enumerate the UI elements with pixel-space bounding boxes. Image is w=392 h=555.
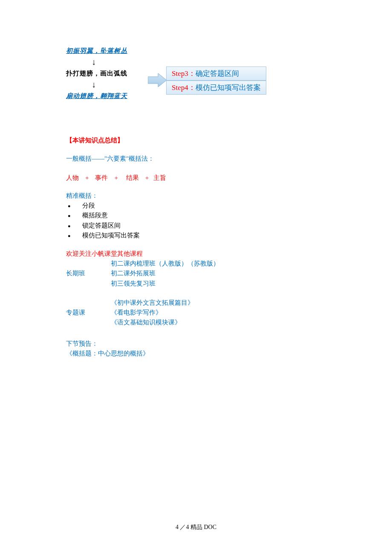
- welcome-line: 欢迎关注小帆课堂其他课程: [66, 250, 328, 258]
- document-page: 初振羽翼，坠落树丛 ↓ 扑打翅膀，画出弧线 ↓ 扇动翅膀，翱翔蓝天 Step3：…: [0, 0, 392, 555]
- precise-bullet-list: 分段 概括段意 锁定答题区间 模仿已知项写出答案: [66, 201, 328, 240]
- preview-line-2: 《概括题：中心思想的概括》: [66, 349, 328, 358]
- course-topic-items: 《初中课外文言文拓展篇目》 《看电影学写作》 《语文基础知识模块课》: [111, 298, 194, 328]
- summary-heading: 【本讲知识点总结】: [66, 136, 328, 145]
- step4-text: 模仿已知项写出答案: [196, 84, 261, 92]
- course-long-items: 初二课内梳理班（人教版）（苏教版） 初二课外拓展班 初三领先复习班: [111, 259, 219, 289]
- step3-box: Step3：确定答题区间: [166, 66, 266, 81]
- course-item: 初三领先复习班: [111, 279, 219, 289]
- course-item: 《初中课外文言文拓展篇目》: [111, 298, 194, 308]
- flow-diagram: 初振羽翼，坠落树丛 ↓ 扑打翅膀，画出弧线 ↓ 扇动翅膀，翱翔蓝天 Step3：…: [66, 47, 328, 119]
- down-arrow-icon: ↓: [66, 58, 160, 66]
- diagram-step-1: 初振羽翼，坠落树丛: [66, 47, 160, 55]
- course-item: 初二课外拓展班: [111, 269, 219, 278]
- course-topic-label: 专题课: [66, 309, 111, 317]
- page-footer: 4 ／4 精品 DOC: [0, 523, 392, 531]
- bullet-text: 分段: [82, 202, 95, 209]
- course-item: 初二课内梳理班（人教版）（苏教版）: [111, 259, 219, 269]
- step3-text: 确定答题区间: [196, 69, 239, 78]
- course-topic-row: 专题课 《初中课外文言文拓展篇目》 《看电影学写作》 《语文基础知识模块课》: [66, 298, 328, 328]
- spacer: [66, 289, 328, 298]
- step4-colon: ：: [188, 84, 196, 92]
- formula-line: 人物 + 事件 + 结果 + 主旨: [66, 173, 328, 183]
- step3-colon: ：: [188, 69, 196, 78]
- next-preview: 下节预告： 《概括题：中心思想的概括》: [66, 339, 328, 359]
- diagram-left-column: 初振羽翼，坠落树丛 ↓ 扑打翅膀，画出弧线 ↓ 扇动翅膀，翱翔蓝天: [66, 47, 160, 100]
- general-summary-line: 一般概括——"六要素"概括法：: [66, 154, 328, 164]
- spacer: [66, 329, 328, 337]
- course-item: 《看电影学写作》: [111, 308, 194, 318]
- precise-label: 精准概括：: [66, 192, 328, 200]
- right-arrow-icon: [148, 72, 167, 89]
- bullet-text: 模仿已知项写出答案: [82, 232, 140, 239]
- bullet-item: 分段: [66, 201, 328, 211]
- bullet-text: 锁定答题区间: [82, 222, 121, 229]
- bullet-item: 概括段意: [66, 211, 328, 220]
- preview-line-1: 下节预告：: [66, 339, 328, 349]
- bullet-item: 模仿已知项写出答案: [66, 231, 328, 240]
- step4-box: Step4：模仿已知项写出答案: [166, 81, 266, 95]
- bullet-item: 锁定答题区间: [66, 221, 328, 231]
- down-arrow-icon: ↓: [66, 80, 160, 89]
- diagram-step-2: 扑打翅膀，画出弧线: [66, 69, 160, 78]
- step-boxes: Step3：确定答题区间 Step4：模仿已知项写出答案: [166, 66, 266, 95]
- bullet-text: 概括段意: [82, 212, 108, 219]
- course-long-label: 长期班: [66, 269, 111, 278]
- step4-label: Step4: [172, 84, 188, 92]
- diagram-step-3: 扇动翅膀，翱翔蓝天: [66, 92, 160, 100]
- svg-marker-0: [148, 73, 167, 87]
- course-long-row: 长期班 初二课内梳理班（人教版）（苏教版） 初二课外拓展班 初三领先复习班: [66, 259, 328, 289]
- course-item: 《语文基础知识模块课》: [111, 318, 194, 327]
- step3-label: Step3: [172, 69, 188, 78]
